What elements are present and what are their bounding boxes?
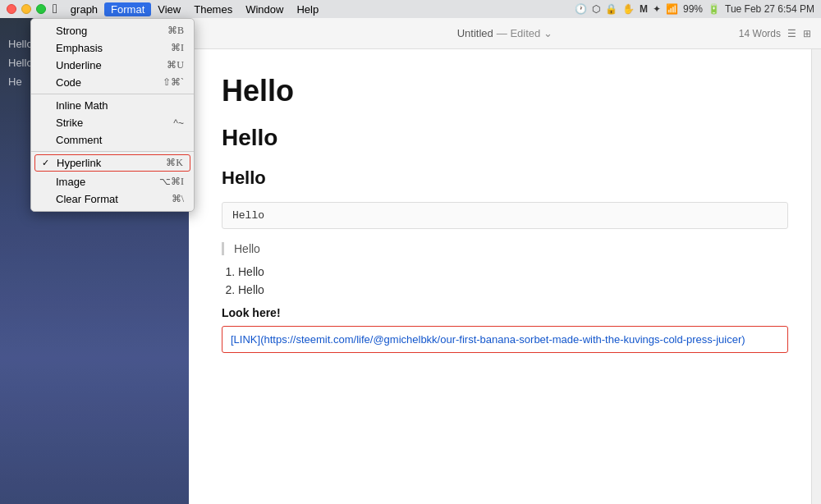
security-icon: 🔒 <box>605 3 617 15</box>
image-shortcut: ⌥⌘I <box>159 176 184 188</box>
menu-item-underline[interactable]: Underline ⌘U <box>31 57 194 74</box>
clear-format-shortcut: ⌘\ <box>172 193 184 205</box>
doc-heading-3: Hello <box>222 167 788 189</box>
battery-percent: 99% <box>683 3 703 15</box>
image-label: Image <box>56 176 85 188</box>
main-content: Hello Hello Hello Hello Hello Hello Hell… <box>189 49 821 504</box>
list-icon[interactable]: ☰ <box>787 28 796 39</box>
code-label: Code <box>56 76 81 89</box>
menubar-item-view[interactable]: View <box>151 2 187 16</box>
wifi-icon: 📶 <box>666 3 678 15</box>
inline-math-label: Inline Math <box>56 99 108 112</box>
datetime: Tue Feb 27 6:54 PM <box>725 3 814 15</box>
hyperlink-check: ✓ <box>42 158 55 168</box>
menubar-right: 🕐 ⬡ 🔒 ✋ M ✦ 📶 99% 🔋 Tue Feb 27 6:54 PM <box>575 3 821 15</box>
menu-item-comment[interactable]: Comment <box>31 131 194 149</box>
maximize-button[interactable] <box>36 4 46 14</box>
blockquote: Hello <box>222 242 788 255</box>
link-url: (https://steemit.com/life/@gmichelbkk/ou… <box>260 333 745 346</box>
doc-heading-1: Hello <box>222 74 788 108</box>
menubar-item-themes[interactable]: Themes <box>187 2 239 16</box>
apple-menu[interactable]:  <box>46 2 64 16</box>
battery-icon: 🔋 <box>708 3 720 15</box>
emphasis-shortcut: ⌘I <box>171 42 184 54</box>
menu-item-clear-format[interactable]: Clear Format ⌘\ <box>31 190 194 208</box>
code-shortcut: ⇧⌘` <box>163 76 184 89</box>
underline-shortcut: ⌘U <box>167 59 184 71</box>
minimize-button[interactable] <box>21 4 31 14</box>
menu-item-code[interactable]: Code ⇧⌘` <box>31 74 194 91</box>
strike-shortcut: ^~ <box>173 117 184 129</box>
title-bar: Untitled — Edited ⌄ 14 Words ☰ ⊞ <box>189 18 821 49</box>
menu-item-inline-math[interactable]: Inline Math <box>31 97 194 114</box>
menu-item-strike[interactable]: Strike ^~ <box>31 114 194 131</box>
title-status: — Edited <box>497 27 540 39</box>
title-text: Untitled <box>457 27 493 39</box>
list-item-1: Hello <box>238 265 788 278</box>
scrollbar[interactable] <box>811 49 821 504</box>
menubar:  graph Format View Themes Window Help 🕐… <box>0 0 821 18</box>
strong-label: Strong <box>56 25 87 37</box>
strong-shortcut: ⌘B <box>167 25 184 37</box>
code-block: Hello <box>222 202 788 229</box>
clear-format-label: Clear Format <box>56 193 118 205</box>
separator-1 <box>31 94 194 94</box>
clock-icon: 🕐 <box>575 3 587 15</box>
hyperlink-shortcut: ⌘K <box>166 157 183 169</box>
m-icon: M <box>640 3 648 15</box>
word-count: 14 Words <box>739 28 781 39</box>
comment-label: Comment <box>56 134 102 146</box>
menubar-item-graph[interactable]: graph <box>64 2 104 16</box>
menu-item-image[interactable]: Image ⌥⌘I <box>31 173 194 190</box>
title-bar-right: 14 Words ☰ ⊞ <box>739 28 811 39</box>
menu-item-emphasis[interactable]: Emphasis ⌘I <box>31 39 194 57</box>
document-title: Untitled — Edited ⌄ <box>457 27 553 39</box>
menubar-item-help[interactable]: Help <box>290 2 325 16</box>
hyperlink-label: Hyperlink <box>57 157 101 169</box>
link-label: [LINK] <box>231 333 260 346</box>
menubar-item-window[interactable]: Window <box>239 2 290 16</box>
strike-label: Strike <box>56 117 83 129</box>
link-box[interactable]: [LINK](https://steemit.com/life/@gmichel… <box>222 326 788 353</box>
emphasis-label: Emphasis <box>56 42 103 54</box>
underline-label: Underline <box>56 59 102 71</box>
menubar-item-format[interactable]: Format <box>104 2 151 16</box>
grid-icon[interactable]: ⊞ <box>803 28 811 39</box>
menubar-left:  graph Format View Themes Window Help <box>46 2 325 16</box>
traffic-lights <box>0 4 46 14</box>
menu-item-hyperlink[interactable]: ✓ Hyperlink ⌘K <box>34 154 190 172</box>
list-item-2: Hello <box>238 283 788 296</box>
bluetooth-icon: ✦ <box>653 3 661 15</box>
dropbox-icon: ⬡ <box>592 3 600 15</box>
close-button[interactable] <box>7 4 16 14</box>
ordered-list: Hello Hello <box>222 265 788 296</box>
title-chevron[interactable]: ⌄ <box>544 27 553 39</box>
bold-text: Look here! <box>222 306 788 319</box>
hand-icon: ✋ <box>622 3 635 15</box>
doc-heading-2: Hello <box>222 125 788 151</box>
menu-item-strong[interactable]: Strong ⌘B <box>31 22 194 39</box>
separator-2 <box>31 151 194 152</box>
format-dropdown-menu: Strong ⌘B Emphasis ⌘I Underline ⌘U Code … <box>30 18 195 212</box>
